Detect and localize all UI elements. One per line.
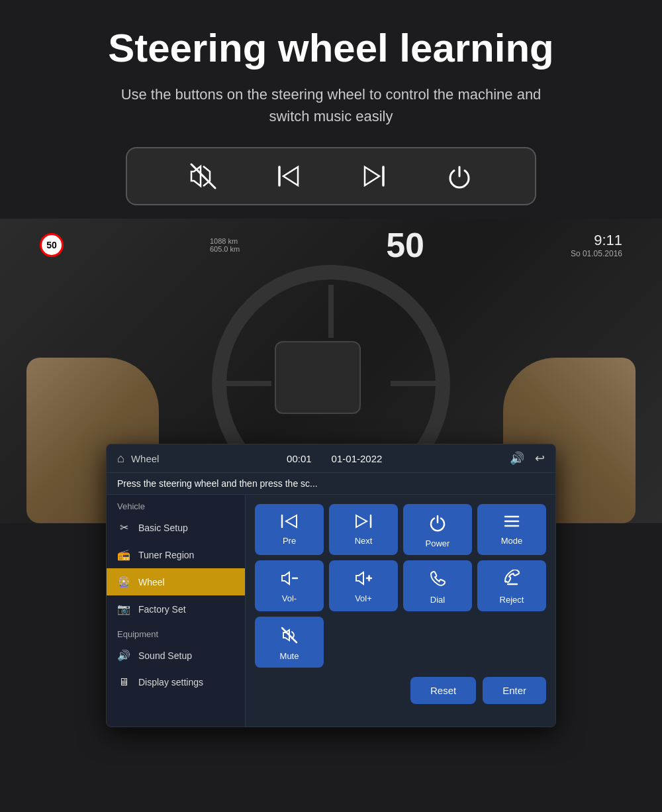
wheel-icon: 🎡	[117, 576, 130, 588]
pre-icon	[280, 513, 299, 532]
sidebar-label-tuner-region: Tuner Region	[138, 550, 194, 560]
dial-label: Dial	[430, 595, 445, 605]
power-btn-icon	[428, 513, 447, 534]
sidebar-label-display-settings: Display settings	[138, 677, 203, 687]
control-row-2: Vol- Vol+	[255, 560, 546, 611]
dial-icon	[428, 570, 447, 591]
bottom-buttons: Reset Enter	[255, 677, 546, 704]
pre-label: Pre	[283, 536, 296, 546]
wrench-icon: ✂	[117, 521, 130, 534]
sidebar-label-factory-set: Factory Set	[138, 604, 186, 615]
equipment-group-label: Equipment	[107, 623, 245, 642]
svg-marker-4	[365, 167, 379, 185]
power-icon	[445, 162, 474, 191]
pre-button[interactable]: Pre	[255, 504, 324, 555]
panel-date: 01-01-2022	[332, 453, 383, 464]
reject-icon	[502, 570, 521, 591]
vol-down-label: Vol-	[282, 593, 297, 603]
icon-bar	[126, 147, 536, 205]
vol-up-label: Vol+	[355, 593, 372, 603]
vol-up-icon	[354, 570, 373, 589]
ui-panel: ⌂ Wheel 00:01 01-01-2022 🔊 ↩ Press the s…	[106, 444, 556, 727]
mute-label: Mute	[280, 651, 299, 661]
next-label: Next	[355, 536, 373, 546]
instruction-text: Press the steering wheel and then press …	[117, 478, 318, 489]
control-row-1: Pre Next	[255, 504, 546, 555]
instruction-bar: Press the steering wheel and then press …	[107, 473, 555, 495]
panel-title: Wheel	[131, 453, 160, 464]
panel-header-center: 00:01 01-01-2022	[287, 453, 382, 464]
panel-header: ⌂ Wheel 00:01 01-01-2022 🔊 ↩	[107, 444, 555, 473]
vehicle-group-label: Vehicle	[107, 495, 245, 514]
mute-icon	[280, 626, 299, 647]
page-subtitle: Use the buttons on the steering wheel to…	[99, 83, 563, 127]
sidebar-item-display-settings[interactable]: 🖥 Display settings	[107, 669, 245, 695]
display-icon: 🖥	[117, 676, 130, 688]
mode-label: Mode	[501, 536, 523, 546]
back-icon: ↩	[535, 451, 545, 466]
home-icon: ⌂	[117, 452, 124, 466]
factory-icon: 📷	[117, 603, 130, 615]
sidebar-item-factory-set[interactable]: 📷 Factory Set	[107, 595, 245, 623]
reject-button[interactable]: Reject	[477, 560, 546, 611]
reject-label: Reject	[500, 595, 524, 605]
sidebar-item-tuner-region[interactable]: 📻 Tuner Region	[107, 541, 245, 568]
mode-icon	[502, 513, 521, 532]
volume-icon: 🔊	[510, 451, 524, 466]
reset-button[interactable]: Reset	[410, 677, 476, 704]
sidebar-item-basic-setup[interactable]: ✂ Basic Setup	[107, 514, 245, 541]
sidebar-label-sound-setup: Sound Setup	[138, 650, 192, 661]
sidebar-label-basic-setup: Basic Setup	[138, 523, 188, 533]
main-container: Steering wheel learning Use the buttons …	[0, 0, 662, 812]
enter-button[interactable]: Enter	[483, 677, 546, 704]
next-track-icon	[359, 162, 389, 191]
mode-button[interactable]: Mode	[477, 504, 546, 555]
control-row-3: Mute	[255, 617, 546, 668]
sidebar-item-sound-setup[interactable]: 🔊 Sound Setup	[107, 642, 245, 669]
dial-button[interactable]: Dial	[403, 560, 472, 611]
speed-limit-sign: 50	[40, 233, 64, 257]
next-icon	[354, 513, 373, 532]
panel-header-right: 🔊 ↩	[510, 451, 545, 466]
vol-up-button[interactable]: Vol+	[329, 560, 398, 611]
svg-marker-6	[286, 515, 297, 527]
trip-info: 1088 km 605.0 km	[210, 237, 240, 253]
mute-button[interactable]: Mute	[255, 617, 324, 668]
time-display: 9:11 So 01.05.2016	[571, 232, 622, 258]
sidebar-item-wheel[interactable]: 🎡 Wheel	[107, 568, 245, 595]
power-button[interactable]: Power	[403, 504, 472, 555]
header-section: Steering wheel learning Use the buttons …	[0, 0, 662, 219]
svg-line-0	[191, 164, 215, 188]
panel-body: Vehicle ✂ Basic Setup 📻 Tuner Region 🎡 W…	[107, 495, 555, 727]
sidebar-label-wheel: Wheel	[138, 577, 165, 587]
panel-sidebar: Vehicle ✂ Basic Setup 📻 Tuner Region 🎡 W…	[107, 495, 246, 727]
panel-time: 00:01	[287, 453, 312, 464]
vol-down-button[interactable]: Vol-	[255, 560, 324, 611]
panel-header-left: ⌂ Wheel	[117, 452, 159, 466]
page-title: Steering wheel learning	[26, 26, 636, 70]
panel-main: Pre Next	[246, 495, 555, 727]
prev-track-icon	[274, 162, 303, 191]
svg-marker-2	[283, 167, 298, 185]
vol-down-icon	[279, 570, 299, 589]
radio-icon: 📻	[117, 548, 130, 561]
next-button[interactable]: Next	[329, 504, 398, 555]
mute-off-icon	[189, 162, 218, 191]
power-label: Power	[426, 538, 450, 548]
sound-icon: 🔊	[117, 649, 130, 662]
svg-marker-8	[356, 515, 367, 527]
